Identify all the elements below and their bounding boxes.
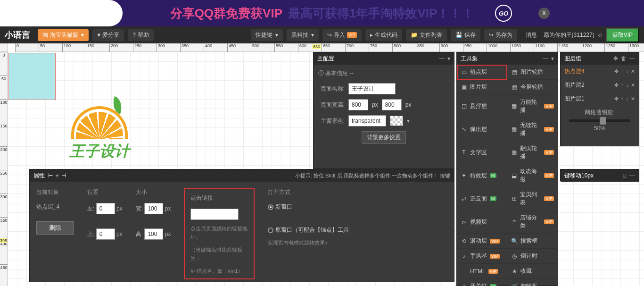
pagewidth-input[interactable] bbox=[348, 99, 368, 110]
down-icon[interactable]: ↓ bbox=[626, 82, 629, 88]
minimize-icon[interactable]: — bbox=[629, 172, 635, 179]
tool-万能轮播[interactable]: ▦万能轮播VIP bbox=[507, 95, 558, 118]
trash-icon[interactable]: 🗑 bbox=[621, 55, 627, 62]
filelist-button[interactable]: 📁 文件列表 bbox=[406, 29, 447, 41]
tool-店铺分类[interactable]: ≡店铺分类VIP bbox=[507, 210, 558, 234]
tool-图片层[interactable]: ▣图片层 bbox=[457, 80, 507, 95]
delete-icon[interactable]: ✕ bbox=[631, 96, 635, 102]
tool-icon: ◷ bbox=[511, 253, 518, 260]
delete-button[interactable]: 删除 bbox=[36, 221, 74, 235]
tool-icon: ⊞ bbox=[511, 195, 517, 202]
tool-视频层[interactable]: ▻视频层 bbox=[457, 210, 507, 234]
close-icon[interactable]: ▾ bbox=[447, 55, 450, 62]
message-label[interactable]: 消息 bbox=[526, 31, 537, 39]
tool-HTML[interactable]: HTMLVIP bbox=[457, 264, 507, 279]
tool-特效层[interactable]: ✦特效层M bbox=[457, 164, 507, 187]
saveas-button[interactable]: ↪ 另存为 bbox=[484, 29, 517, 41]
opacity-slider[interactable] bbox=[569, 119, 630, 122]
tool-文字区[interactable]: T文字区 bbox=[457, 141, 507, 164]
tool-手风琴[interactable]: ♪手风琴VIP bbox=[457, 249, 507, 264]
pageheight-input[interactable] bbox=[382, 99, 402, 110]
minimize-icon[interactable]: — bbox=[439, 55, 445, 62]
currentobj-label: 当前对象 bbox=[36, 188, 74, 196]
link-input[interactable] bbox=[190, 209, 239, 220]
delete-icon[interactable]: ✕ bbox=[631, 68, 635, 75]
dropdown-icon[interactable]: ▾ bbox=[407, 118, 410, 124]
selected-hotspot-rect[interactable] bbox=[8, 53, 56, 100]
tool-图片轮播[interactable]: ▤图片轮播 bbox=[507, 65, 558, 80]
move-icon[interactable]: ✥ bbox=[614, 68, 619, 75]
position-label: 位置 bbox=[87, 188, 123, 196]
canvas-image[interactable]: 王子设计 bbox=[62, 106, 137, 162]
move-icon[interactable]: ✥ bbox=[613, 55, 618, 62]
tool-全屏轮播[interactable]: ▦全屏轮播 bbox=[507, 80, 558, 95]
up-icon[interactable]: ↑ bbox=[621, 68, 624, 75]
tool-icon: ☀ bbox=[461, 283, 467, 286]
open-new-radio[interactable]: 新窗口 bbox=[268, 203, 362, 211]
magnet-icon[interactable]: ⊔ bbox=[622, 172, 627, 179]
close-icon[interactable]: ▾ bbox=[551, 55, 554, 62]
tool-倒计时[interactable]: ◷倒计时 bbox=[507, 249, 558, 264]
layer-row[interactable]: 图片层2✥↑↓✕ bbox=[561, 78, 639, 92]
tool-悬浮层[interactable]: ◫悬浮层 bbox=[457, 95, 507, 118]
ruler-horizontal: 0501001502002503003504004505005506006507… bbox=[15, 43, 644, 52]
user-label[interactable]: 愿为你的王(311227) bbox=[544, 31, 594, 39]
banner-close-button[interactable]: X bbox=[538, 8, 550, 19]
down-icon[interactable]: ↓ bbox=[626, 68, 629, 75]
tool-收藏[interactable]: ★收藏 bbox=[507, 264, 558, 279]
tool-滚动层[interactable]: ⟲滚动层VIP bbox=[457, 234, 507, 249]
share-button[interactable]: ♥ 爱分享 bbox=[92, 29, 124, 41]
height-input[interactable] bbox=[144, 228, 163, 240]
color-swatch[interactable] bbox=[390, 116, 403, 126]
bg-more-button[interactable]: 背景更多设置 bbox=[362, 131, 406, 144]
blacktech-button[interactable]: 黑科技 bbox=[287, 29, 319, 41]
banner-decoration bbox=[0, 0, 123, 26]
layers-title: 图层组 bbox=[564, 55, 581, 63]
tool-icon: ♪ bbox=[461, 253, 467, 260]
openmode-label: 打开方式 bbox=[268, 188, 362, 196]
tool-正反面[interactable]: ⇄正反面M bbox=[457, 187, 507, 210]
down-icon[interactable]: ↓ bbox=[626, 96, 629, 102]
width-input[interactable] bbox=[144, 203, 163, 214]
minimize-icon[interactable]: — bbox=[543, 55, 548, 62]
move-icon[interactable]: ✥ bbox=[614, 96, 619, 102]
get-vip-button[interactable]: 获取VIP bbox=[606, 28, 639, 42]
open-orig-radio[interactable]: 原窗口（可配合【锚点】工具 bbox=[268, 226, 362, 234]
opacity-label: 网格透明度: bbox=[561, 109, 639, 117]
edition-select[interactable]: 淘淘宝天猫版 bbox=[38, 29, 89, 41]
help-button[interactable]: ? 帮助 bbox=[128, 29, 154, 41]
main-config-title: 主配置 bbox=[317, 55, 334, 63]
banner-go-button[interactable]: GO bbox=[495, 5, 512, 22]
canvas-logo-text: 王子设计 bbox=[62, 141, 137, 162]
toolset-panel: 工具集 —▾ ▭热点层▤图片轮播▣图片层▦全屏轮播◫悬浮层▦万能轮播VIP⤡弹出… bbox=[456, 52, 558, 286]
tool-热点层[interactable]: ▭热点层 bbox=[457, 65, 507, 80]
banner-text-1: 分享QQ群免费获VIP bbox=[170, 5, 282, 22]
layer-row[interactable]: 热点层4✥↑↓✕ bbox=[561, 65, 639, 78]
shortcut-button[interactable]: 快捷键 bbox=[251, 29, 283, 41]
save-button[interactable]: 💾 保存 bbox=[451, 29, 480, 41]
tool-icon: ◫ bbox=[461, 103, 467, 109]
import-button[interactable]: ↪ 导入 VIP bbox=[322, 29, 362, 41]
bgcolor-input[interactable] bbox=[348, 115, 386, 126]
tool-购物车[interactable]: 🛒购物车 bbox=[507, 279, 558, 286]
tool-开关灯[interactable]: ☀开关灯M bbox=[457, 279, 507, 286]
generate-code-button[interactable]: ▸ 生成代码 bbox=[365, 29, 402, 41]
top-input[interactable] bbox=[96, 228, 115, 240]
minimize-icon[interactable]: — bbox=[629, 55, 635, 62]
up-icon[interactable]: ↑ bbox=[621, 82, 624, 88]
tool-宝贝列表[interactable]: ⊞宝贝列表VIP bbox=[507, 187, 558, 210]
tool-无缝轮播[interactable]: ▦无缝轮播VIP bbox=[507, 118, 558, 141]
link-note-1: 点击后页面跳转的链接地址。 bbox=[190, 225, 248, 241]
tool-搜索框[interactable]: 🔍搜索框 bbox=[507, 234, 558, 249]
move-icon[interactable]: ✥ bbox=[614, 82, 619, 88]
tool-翻页轮播[interactable]: ▦翻页轮播VIP bbox=[507, 141, 558, 164]
layer-row[interactable]: 图片层1✥↑↓✕ bbox=[561, 92, 639, 106]
tool-动态海报[interactable]: ⬓动态海报VIP bbox=[507, 164, 558, 187]
pagename-input[interactable] bbox=[348, 83, 396, 94]
up-icon[interactable]: ↑ bbox=[621, 96, 624, 102]
tool-icon: ▦ bbox=[511, 84, 518, 91]
delete-icon[interactable]: ✕ bbox=[631, 82, 635, 88]
left-input[interactable] bbox=[96, 203, 115, 214]
tool-弹出层[interactable]: ⤡弹出层 bbox=[457, 118, 507, 141]
ruler-vertical: 050100150200250300350400450500395 bbox=[0, 52, 8, 286]
